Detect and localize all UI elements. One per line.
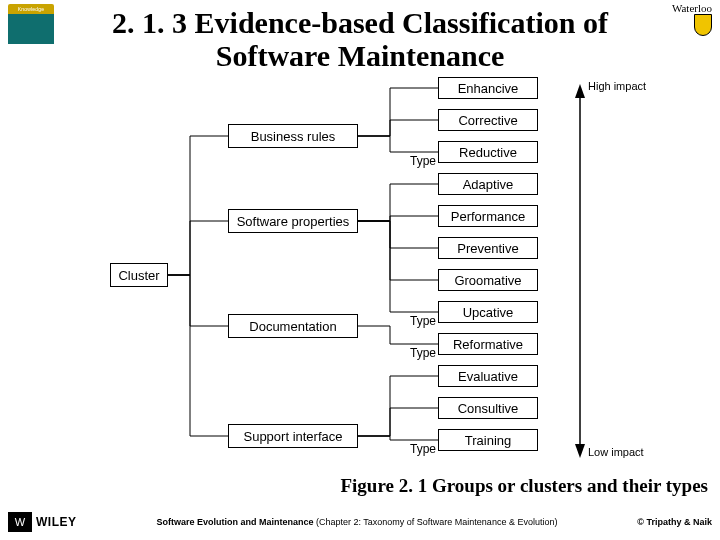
knowledge-square xyxy=(8,14,54,44)
type-upcative: Upcative xyxy=(438,301,538,323)
type-label-3: Type xyxy=(380,346,436,360)
type-reformative: Reformative xyxy=(438,333,538,355)
slide: Knowledge Waterloo 2. 1. 3 Evidence-base… xyxy=(0,0,720,540)
footer: W WILEY Software Evolution and Maintenan… xyxy=(0,512,720,532)
cluster-software-properties: Software properties xyxy=(228,209,358,233)
waterloo-text: Waterloo xyxy=(672,2,712,14)
type-corrective: Corrective xyxy=(438,109,538,131)
knowledge-text: Knowledge xyxy=(18,6,45,12)
cluster-documentation: Documentation xyxy=(228,314,358,338)
knowledge-band: Knowledge xyxy=(8,4,54,14)
svg-marker-1 xyxy=(575,84,585,98)
high-impact-label: High impact xyxy=(588,80,646,92)
type-enhancive: Enhancive xyxy=(438,77,538,99)
page-title: 2. 1. 3 Evidence-based Classification of… xyxy=(60,6,660,72)
low-impact-label: Low impact xyxy=(588,446,644,458)
figure-caption: Figure 2. 1 Groups or clusters and their… xyxy=(0,475,708,497)
type-adaptive: Adaptive xyxy=(438,173,538,195)
type-reductive: Reductive xyxy=(438,141,538,163)
wiley-logo: W WILEY xyxy=(8,512,77,532)
cluster-support-interface: Support interface xyxy=(228,424,358,448)
wiley-mark-icon: W xyxy=(8,512,32,532)
root-node: Cluster xyxy=(110,263,168,287)
footer-book-rest: (Chapter 2: Taxonomy of Software Mainten… xyxy=(313,517,557,527)
wiley-name: WILEY xyxy=(36,515,77,529)
type-groomative: Groomative xyxy=(438,269,538,291)
waterloo-logo: Waterloo xyxy=(672,2,712,36)
svg-marker-2 xyxy=(575,444,585,458)
knowledge-logo: Knowledge xyxy=(8,4,54,44)
type-evaluative: Evaluative xyxy=(438,365,538,387)
cluster-business-rules: Business rules xyxy=(228,124,358,148)
footer-book-bold: Software Evolution and Maintenance xyxy=(156,517,313,527)
type-training: Training xyxy=(438,429,538,451)
type-preventive: Preventive xyxy=(438,237,538,259)
footer-book: Software Evolution and Maintenance (Chap… xyxy=(77,517,638,527)
footer-copyright: © Tripathy & Naik xyxy=(637,517,712,527)
crest-icon xyxy=(694,14,712,36)
type-label-1: Type xyxy=(380,154,436,168)
type-consultive: Consultive xyxy=(438,397,538,419)
type-performance: Performance xyxy=(438,205,538,227)
diagram: Cluster Business rules Software properti… xyxy=(110,76,710,474)
root-label: Cluster xyxy=(118,268,159,283)
type-label-4: Type xyxy=(380,442,436,456)
connectors-svg xyxy=(110,76,710,474)
type-label-2: Type xyxy=(380,314,436,328)
